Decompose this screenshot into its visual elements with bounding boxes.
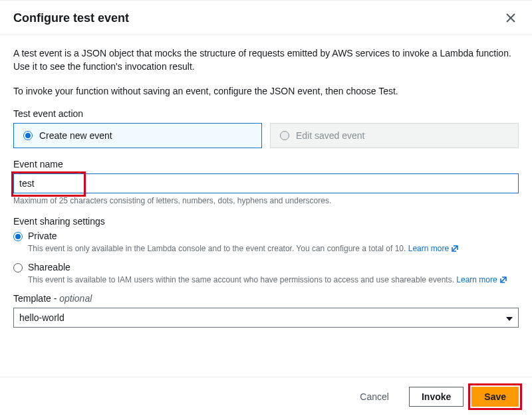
dialog-title: Configure test event [13, 11, 129, 25]
create-new-event-label: Create new event [39, 130, 112, 141]
template-label-row: Template - optional [13, 293, 519, 304]
create-new-event-option[interactable]: Create new event [13, 123, 262, 148]
template-label: Template - [13, 293, 59, 304]
radio-selected-icon [23, 131, 33, 140]
radio-disabled-icon [280, 131, 289, 140]
caret-down-icon [506, 312, 513, 323]
radio-unselected-icon [13, 263, 23, 272]
event-name-helper: Maximum of 25 characters consisting of l… [13, 196, 519, 205]
close-button[interactable] [503, 10, 519, 26]
dialog-footer: Cancel Invoke Save [0, 377, 532, 416]
save-button-wrap: Save [471, 387, 519, 407]
radio-selected-icon [13, 232, 23, 241]
close-icon [505, 15, 516, 25]
event-name-input[interactable] [13, 173, 519, 193]
event-name-label: Event name [13, 159, 519, 169]
edit-saved-event-option: Edit saved event [270, 123, 519, 148]
template-select[interactable]: hello-world [13, 308, 519, 328]
configure-test-event-dialog: Configure test event A test event is a J… [0, 0, 532, 416]
template-value: hello-world [19, 312, 65, 323]
intro-text-2: To invoke your function without saving a… [13, 84, 519, 98]
dialog-content: A test event is a JSON object that mocks… [0, 35, 532, 377]
edit-saved-event-label: Edit saved event [296, 130, 365, 141]
shareable-label: Shareable [28, 262, 70, 272]
shareable-option[interactable]: Shareable [13, 262, 519, 272]
intro-text-1: A test event is a JSON object that mocks… [13, 47, 519, 74]
cancel-button[interactable]: Cancel [348, 387, 401, 406]
private-label: Private [28, 231, 57, 241]
template-optional: optional [59, 293, 92, 304]
external-link-icon [451, 245, 459, 255]
shareable-description: This event is available to IAM users wit… [28, 274, 519, 286]
save-button[interactable]: Save [471, 387, 519, 407]
dialog-header: Configure test event [0, 1, 532, 35]
private-description: This event is only available in the Lamb… [28, 243, 519, 255]
external-link-icon [499, 276, 507, 286]
event-sharing-label: Event sharing settings [13, 216, 519, 227]
test-event-action-label: Test event action [13, 108, 519, 119]
learn-more-private-link[interactable]: Learn more [408, 244, 459, 253]
invoke-button[interactable]: Invoke [409, 387, 464, 407]
test-event-action-group: Create new event Edit saved event [13, 123, 519, 148]
learn-more-shareable-link[interactable]: Learn more [456, 275, 507, 284]
event-name-field-wrap [13, 173, 519, 193]
private-option[interactable]: Private [13, 231, 519, 241]
